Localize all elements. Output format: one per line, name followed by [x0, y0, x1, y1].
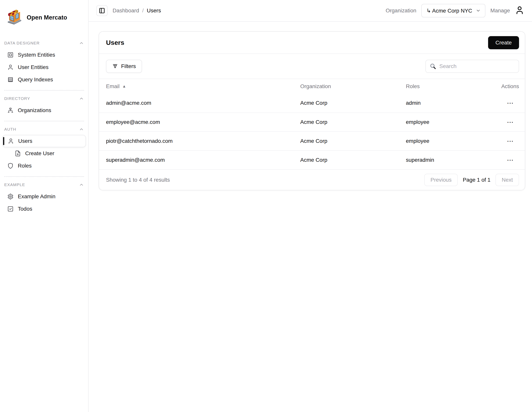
sidebar: Open Mercato DATA DESIGNER System Entiti… — [0, 0, 89, 412]
chevron-up-icon — [79, 96, 84, 101]
results-summary: Showing 1 to 4 of 4 results — [106, 177, 170, 183]
create-button[interactable]: Create — [488, 36, 519, 49]
table-toolbar: Filters — [99, 54, 525, 79]
panel-left-icon — [99, 8, 105, 14]
filters-label: Filters — [121, 63, 136, 69]
sidebar-item-label: Users — [18, 138, 32, 144]
check-square-icon — [7, 206, 14, 212]
table-row: piotr@catchthetornado.com Acme Corp empl… — [99, 131, 525, 150]
previous-page-button[interactable]: Previous — [424, 174, 458, 186]
organization-label: Organization — [386, 8, 416, 14]
user-icon — [515, 6, 524, 15]
app-screen: Open Mercato DATA DESIGNER System Entiti… — [0, 0, 532, 412]
brand-name: Open Mercato — [27, 14, 67, 21]
topbar-right: Organization ↳ Acme Corp NYC Manage — [386, 4, 524, 17]
sidebar-item-create-user[interactable]: Create User — [2, 147, 86, 160]
page-info: Page 1 of 1 — [463, 177, 490, 183]
cell-roles: admin — [406, 100, 494, 106]
table-header-row: Email ▲ Organization Roles Actions — [99, 79, 525, 93]
cell-organization: Acme Corp — [300, 157, 406, 163]
row-actions-menu-button[interactable]: ⋯ — [507, 137, 519, 145]
breadcrumb-dashboard[interactable]: Dashboard — [113, 8, 139, 14]
sidebar-item-system-entities[interactable]: System Entities — [2, 49, 86, 61]
sidebar-item-todos[interactable]: Todos — [2, 203, 86, 215]
table-footer: Showing 1 to 4 of 4 results Previous Pag… — [99, 169, 525, 190]
sidebar-item-example-admin[interactable]: Example Admin — [2, 190, 86, 203]
sidebar-toggle-button[interactable] — [96, 5, 108, 16]
section-label: EXAMPLE — [4, 183, 25, 187]
topbar: Dashboard / Users Organization ↳ Acme Co… — [89, 0, 532, 22]
table-row: superadmin@acme.com Acme Corp superadmin… — [99, 150, 525, 169]
cell-organization: Acme Corp — [300, 138, 406, 144]
section-divider — [4, 176, 84, 177]
cell-email: employee@acme.com — [106, 119, 300, 125]
column-header-organization[interactable]: Organization — [300, 83, 406, 90]
content-area: Users Create Filters — [89, 22, 532, 412]
breadcrumb-current: Users — [147, 8, 161, 14]
section-header-directory[interactable]: DIRECTORY — [2, 94, 86, 103]
section-divider — [4, 121, 84, 121]
row-actions-menu-button[interactable]: ⋯ — [507, 118, 519, 126]
pagination: Previous Page 1 of 1 Next — [424, 174, 519, 186]
search-icon — [430, 63, 436, 70]
sidebar-item-label: Create User — [25, 150, 54, 156]
column-label: Email — [106, 83, 120, 90]
sort-asc-icon: ▲ — [122, 84, 126, 89]
sidebar-item-label: Roles — [18, 163, 32, 169]
section-header-auth[interactable]: AUTH — [2, 125, 86, 133]
cell-roles: employee — [406, 138, 494, 144]
section-label: DATA DESIGNER — [4, 41, 40, 46]
chevron-down-icon — [476, 8, 481, 13]
page-title: Users — [106, 39, 124, 46]
hierarchy-icon — [7, 107, 14, 113]
sidebar-item-user-entities[interactable]: User Entities — [2, 61, 86, 73]
section-label: AUTH — [4, 127, 16, 132]
next-page-button[interactable]: Next — [495, 174, 519, 186]
cell-organization: Acme Corp — [300, 100, 406, 106]
section-divider — [4, 90, 84, 91]
sidebar-item-label: Example Admin — [18, 193, 56, 200]
sidebar-item-label: Query Indexes — [18, 76, 53, 83]
sidebar-item-query-indexes[interactable]: Query Indexes — [2, 73, 86, 86]
users-table: Email ▲ Organization Roles Actions admin… — [99, 79, 525, 169]
file-plus-icon — [15, 150, 21, 156]
row-actions-menu-button[interactable]: ⋯ — [507, 156, 519, 164]
square-square-icon — [7, 52, 14, 58]
cell-email: superadmin@acme.com — [106, 157, 300, 163]
breadcrumb-separator: / — [142, 8, 144, 14]
rows-icon — [7, 76, 14, 83]
cell-roles: employee — [406, 119, 494, 125]
sidebar-item-roles[interactable]: Roles — [2, 160, 86, 172]
sidebar-item-users[interactable]: Users — [2, 135, 86, 147]
section-header-data-designer[interactable]: DATA DESIGNER — [2, 39, 86, 47]
manage-link[interactable]: Manage — [490, 8, 510, 14]
column-header-roles[interactable]: Roles — [406, 83, 494, 90]
organization-select-value: ↳ Acme Corp NYC — [426, 8, 472, 14]
chevron-up-icon — [79, 182, 84, 187]
column-header-email[interactable]: Email ▲ — [106, 83, 300, 90]
search-box — [425, 60, 519, 73]
user-icon — [7, 64, 14, 70]
sidebar-item-organizations[interactable]: Organizations — [2, 104, 86, 117]
shield-icon — [7, 163, 14, 169]
users-card: Users Create Filters — [99, 31, 525, 190]
table-row: employee@acme.com Acme Corp employee ⋯ — [99, 112, 525, 131]
user-menu-button[interactable] — [515, 6, 524, 16]
search-input[interactable] — [439, 63, 515, 69]
row-actions-menu-button[interactable]: ⋯ — [507, 99, 519, 107]
filters-button[interactable]: Filters — [106, 60, 142, 73]
card-header: Users Create — [99, 32, 525, 54]
funnel-icon — [112, 63, 118, 69]
sidebar-item-label: User Entities — [18, 64, 48, 70]
sidebar-nav: DATA DESIGNER System Entities User Entit… — [0, 26, 88, 215]
store-logo-icon — [7, 9, 22, 26]
cell-organization: Acme Corp — [300, 119, 406, 125]
cell-roles: superadmin — [406, 157, 494, 163]
section-header-example[interactable]: EXAMPLE — [2, 181, 86, 189]
brand: Open Mercato — [0, 0, 88, 26]
organization-select[interactable]: ↳ Acme Corp NYC — [421, 4, 485, 17]
table-body: admin@acme.com Acme Corp admin ⋯ employe… — [99, 93, 525, 169]
column-header-actions: Actions — [501, 83, 519, 90]
sidebar-item-label: Todos — [18, 206, 32, 212]
cell-email: piotr@catchthetornado.com — [106, 138, 300, 144]
